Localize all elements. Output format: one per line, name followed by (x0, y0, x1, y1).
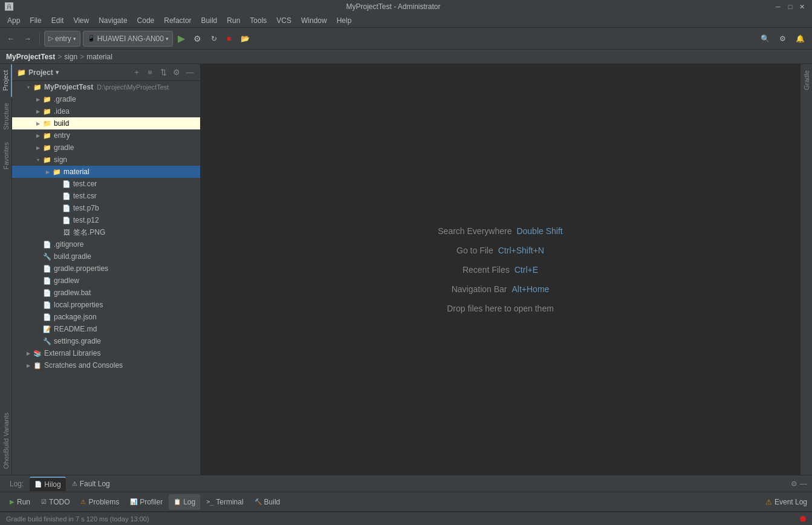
run-tab[interactable]: ▶ Run (5, 494, 35, 510)
tree-arrow-empty (53, 180, 62, 188)
menu-item-build[interactable]: Build (197, 15, 222, 26)
tree-item-scratches[interactable]: ▶ 📋 Scratches and Consoles (12, 359, 200, 371)
collapse-all-icon[interactable]: ≡ (145, 67, 155, 78)
back-button[interactable]: ← (4, 31, 18, 47)
favorites-panel-tab[interactable]: Favorites (1, 136, 11, 175)
tree-item-sign[interactable]: ▾ 📁 sign (12, 154, 200, 166)
project-panel-tab[interactable]: Project (0, 64, 12, 97)
tree-label-localprops: local.properties (54, 301, 103, 309)
tree-item-testp12[interactable]: 📄 test.p12 (12, 214, 200, 226)
tree-item-localprops[interactable]: 📄 local.properties (12, 299, 200, 311)
tree-label-packagejson: package.json (54, 313, 97, 321)
menu-item-code[interactable]: Code (132, 15, 160, 26)
terminal-tab[interactable]: >_ Terminal (201, 494, 248, 510)
settings-button[interactable]: ⚙ (776, 31, 790, 47)
event-log-label: Event Log (775, 498, 807, 506)
tree-item-root[interactable]: ▾ 📁 MyProjectTest D:\project\MyProjectTe… (12, 81, 200, 93)
settings-icon[interactable]: ⚙ (171, 67, 182, 78)
todo-tab[interactable]: ☑ TODO (36, 494, 74, 510)
breadcrumb-project[interactable]: MyProjectTest (6, 53, 55, 61)
tree-arrow-gradle2: ▶ (34, 143, 42, 152)
build-tab[interactable]: 🔨 Build (250, 494, 285, 510)
menu-item-view[interactable]: View (68, 15, 94, 26)
breadcrumb-material[interactable]: material (86, 53, 112, 61)
menu-item-tools[interactable]: Tools (245, 15, 271, 26)
tree-item-gradleprops[interactable]: 📄 gradle.properties (12, 262, 200, 275)
problems-tab[interactable]: ⚠ Problems (76, 494, 124, 510)
app-logo-icon: 🅰 (5, 2, 13, 11)
build-tab-icon: 🔨 (255, 498, 262, 505)
panel-title-label: Project (28, 68, 53, 77)
entry-arrow-icon: ▾ (73, 36, 76, 42)
minimize-panel-icon[interactable]: — (184, 67, 195, 78)
event-log-button[interactable]: ⚠ Event Log (765, 498, 807, 506)
tree-item-gradle[interactable]: ▶ 📁 .gradle (12, 93, 200, 105)
device-dropdown[interactable]: 📱 HUAWEI ANG-AN00 ▾ (83, 31, 173, 47)
sort-icon[interactable]: ⇅ (158, 67, 169, 78)
menu-item-run[interactable]: Run (222, 15, 245, 26)
tree-item-sign-png[interactable]: 🖼 签名.PNG (12, 226, 200, 238)
menu-item-edit[interactable]: Edit (47, 15, 69, 26)
profile-button[interactable]: 📂 (237, 31, 253, 47)
add-icon[interactable]: + (131, 67, 142, 78)
minimize-button[interactable]: ─ (773, 2, 783, 11)
menu-item-vcs[interactable]: VCS (271, 15, 296, 26)
tree-item-gradle2[interactable]: ▶ 📁 gradle (12, 142, 200, 154)
tree-item-readme[interactable]: 📝 README.md (12, 323, 200, 335)
bottom-area: Log: 📄 Hilog ⚠ Fault Log ⚙ — ▶ Run ☑ TOD… (0, 475, 812, 525)
tree-item-idea[interactable]: ▶ 📁 .idea (12, 105, 200, 117)
terminal-tab-label: Terminal (216, 498, 243, 506)
bottom-toolbar: ▶ Run ☑ TODO ⚠ Problems 📊 Profiler 📋 Log… (0, 492, 812, 512)
tree-item-build[interactable]: ▶ 📁 build (12, 117, 200, 129)
hint-navbar-shortcut: Alt+Home (512, 284, 549, 294)
log-settings-icon[interactable]: ⚙ (791, 480, 797, 488)
project-panel: 📁 Project ▾ + ≡ ⇅ ⚙ — ▾ 📁 MyProjectTest … (12, 64, 201, 475)
build-tab-label: Build (264, 498, 281, 506)
todo-tab-icon: ☑ (41, 498, 47, 505)
tree-item-buildgradle[interactable]: 🔧 build.gradle (12, 250, 200, 262)
panel-dropdown-arrow[interactable]: ▾ (56, 69, 59, 76)
menu-item-navigate[interactable]: Navigate (94, 15, 132, 26)
forward-button[interactable]: → (21, 31, 35, 47)
breadcrumb-sign[interactable]: sign (64, 53, 77, 61)
maximize-button[interactable]: □ (785, 2, 795, 11)
tree-item-entry[interactable]: ▶ 📁 entry (12, 129, 200, 142)
tree-item-material[interactable]: ▶ 📁 material (12, 166, 200, 178)
tree-item-testcsr[interactable]: 📄 test.csr (12, 190, 200, 202)
tree-item-gitignore[interactable]: 📄 .gitignore (12, 238, 200, 250)
menu-item-file[interactable]: File (25, 15, 46, 26)
tree-item-gradlewbat[interactable]: 📄 gradlew.bat (12, 287, 200, 299)
search-everywhere-button[interactable]: 🔍 (757, 31, 773, 47)
entry-dropdown[interactable]: ▷ entry ▾ (44, 31, 80, 47)
tree-label-build: build (54, 119, 69, 128)
tree-item-settingsgradle[interactable]: 🔧 settings.gradle (12, 335, 200, 347)
gradle-panel-tab[interactable]: Gradle (802, 65, 811, 95)
close-button[interactable]: ✕ (797, 2, 807, 11)
sync-button[interactable]: ↻ (207, 31, 221, 47)
run-button[interactable]: ▶ (175, 31, 187, 45)
tree-item-external[interactable]: ▶ 📚 External Libraries (12, 347, 200, 359)
stop-button[interactable]: ■ (223, 31, 235, 47)
breadcrumb-sep-1: > (57, 53, 62, 61)
gradle-icon: 🔧 (42, 252, 52, 261)
menu-item-window[interactable]: Window (296, 15, 332, 26)
tree-item-testp7b[interactable]: 📄 test.p7b (12, 202, 200, 214)
log-tab[interactable]: 📋 Log (169, 494, 200, 510)
tree-arrow-empty (53, 228, 62, 236)
menu-item-help[interactable]: Help (332, 15, 357, 26)
log-minimize-icon[interactable]: — (800, 480, 807, 488)
tree-arrow-empty (34, 301, 42, 309)
fault-log-tab[interactable]: ⚠ Fault Log (67, 477, 115, 491)
menu-item-app[interactable]: App (2, 15, 25, 26)
build-variants-button[interactable]: ⚙ (190, 31, 205, 47)
hilog-tab[interactable]: 📄 Hilog (30, 477, 65, 491)
notifications-button[interactable]: 🔔 (792, 31, 808, 47)
tree-item-gradlew[interactable]: 📄 gradlew (12, 275, 200, 287)
build-variants-panel-tab[interactable]: OhosBuild Variants (1, 406, 11, 475)
tree-item-packagejson[interactable]: 📄 package.json (12, 311, 200, 323)
tree-item-testcer[interactable]: 📄 test.cer (12, 178, 200, 190)
profiler-tab[interactable]: 📊 Profiler (125, 494, 167, 510)
menu-item-refactor[interactable]: Refactor (159, 15, 196, 26)
structure-panel-tab[interactable]: Structure (1, 97, 11, 136)
title-bar-left: 🅰 (5, 2, 13, 11)
